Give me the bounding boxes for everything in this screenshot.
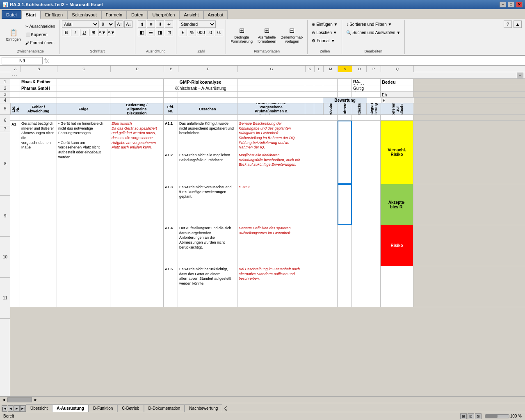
close-button[interactable]: ✕ [516,2,523,7]
currency-button[interactable]: € [179,29,187,36]
scroll-left-btn[interactable]: ◄ [1,397,7,402]
tab-daten[interactable]: Daten [127,10,148,19]
minimize-button[interactable]: – [500,2,506,7]
page-layout-view-button[interactable]: ⊡ [468,413,474,419]
col-header-e: E [164,66,178,72]
cell-k56 [305,103,314,114]
copy-button[interactable]: ⬜ Kopieren [24,31,57,38]
italic-button[interactable]: I [71,29,79,36]
cell-e3 [164,92,178,97]
tab-d-dokumentation[interactable]: D-Dokumentation [144,404,185,412]
border-button[interactable]: ⊞ [89,29,97,36]
page-break-view-button[interactable]: ⊠ [475,413,482,419]
align-center-button[interactable]: ☰ [147,29,155,36]
align-left-button[interactable]: ◧ [138,29,146,36]
dec-decimal-button[interactable]: 0. [215,29,223,36]
table-format-button[interactable]: ⊞ Als Tabelleformatieren [256,23,278,46]
tab-c-betrieb[interactable]: C-Betrieb [117,404,144,412]
tab-datei[interactable]: Datei [2,10,21,19]
cell-styles-button[interactable]: ⊟ Zellenformat-vorlagen [279,23,305,46]
sheet-nav-last[interactable]: ►| [20,405,26,412]
fill-color-button[interactable]: A▼ [98,29,106,36]
scroll-thumb-h[interactable] [7,397,32,402]
decrease-font-button[interactable]: A↓ [124,21,132,28]
percent-button[interactable]: % [188,29,196,36]
tab-ueberpruefen[interactable]: Überprüfen [148,10,179,19]
help-button[interactable]: ? [504,21,512,28]
h-scrollbar[interactable]: ◄ ► [0,396,525,403]
format-cells-button[interactable]: ⚙ Format ▼ [310,37,336,44]
cell-o11 [352,266,366,307]
cell-q7 [381,115,413,120]
sheet-nav-first[interactable]: |◄ [2,405,7,412]
alignment-content: ⬆ ≡ ⬇ ↵ ◧ ☰ ◨ ⊡ [138,21,173,48]
formula-input[interactable] [50,58,523,63]
cell-k11 [305,266,314,307]
font-label: Schriftart [62,48,132,53]
frozen-row-indicator: A B C D E F G K L M N O P Q [0,66,525,72]
font-row1: Arial 9 A↑ A↓ [62,21,132,28]
conditional-format-button[interactable]: ⊞ BedingteFormatierung [228,23,255,46]
wrap-text-button[interactable]: ↵ [165,21,173,28]
sort-button[interactable]: ↕ Sortieren und Filtern ▼ [345,21,393,28]
risiko-label: Risiko [390,243,403,248]
tab-a-ausruestung[interactable]: A-Ausrüstung [52,404,89,412]
font-color-button[interactable]: A▼ [107,29,115,36]
clipboard-content: 📋 Einfügen ✂ Ausschneiden ⬜ Kopieren 🖌 F… [4,21,57,48]
align-top-button[interactable]: ⬆ [138,21,146,28]
sheet-nav-next[interactable]: ► [14,405,20,412]
number-content: Standard € % 000 .0 0. [179,21,223,48]
delete-cells-button[interactable]: ⊖ Löschen ▼ [310,29,338,36]
increase-font-button[interactable]: A↑ [115,21,123,28]
thousands-button[interactable]: 000 [197,29,205,36]
insert-cells-button[interactable]: ⊕ Einfügen ▼ [310,21,339,28]
scroll-right-btn[interactable]: ► [33,397,39,402]
copy-icon: ⬜ [25,32,30,37]
number-format-select[interactable]: Standard [179,21,216,28]
align-bottom-button[interactable]: ⬇ [156,21,164,28]
cell-m1 [323,79,338,85]
minimize-ribbon-button[interactable]: ▲ [514,21,522,28]
merge-button[interactable]: ⊡ [165,29,173,36]
ribbon-group-edit: ↕ Sortieren und Filtern ▼ 🔍 Suchen und A… [342,20,405,54]
collapse-row-button[interactable]: − [517,73,523,78]
paste-button[interactable]: 📋 Einfügen [4,23,23,46]
zoom-controls: 100 % [485,414,522,418]
zoom-level: 100 % [510,414,522,418]
align-right-button[interactable]: ◨ [156,29,164,36]
cell-n9-selected[interactable] [338,184,352,225]
bold-button[interactable]: B [62,29,70,36]
align-middle-button[interactable]: ≡ [147,21,155,28]
inc-decimal-button[interactable]: .0 [206,29,214,36]
cell-g4 [237,98,305,103]
pruef-a15: Bei Beschreibung im Lastenheft auch alte… [239,267,304,281]
find-button[interactable]: 🔍 Suchen und Auswählen ▼ [345,29,402,36]
name-box[interactable] [2,57,43,64]
maximize-button[interactable]: □ [508,2,514,7]
cell-f8-u2: Es wurden nicht alle möglichen Beladungs… [178,152,237,184]
cell-c8-folge: • Gerät hat im Innenbereich nicht das no… [57,121,110,184]
tab-start[interactable]: Start [21,10,41,19]
tab-nachbewertung[interactable]: Nachbewertung [185,404,222,412]
add-sheet-button[interactable]: ☇ [222,405,229,412]
window-title: RA-3.1-Kühlschrank-Teil2 – Microsoft Exc… [10,2,103,7]
sheet-nav-prev[interactable]: ◄ [8,405,14,412]
zoom-slider[interactable] [485,414,509,418]
tab-ansicht[interactable]: Ansicht [179,10,203,19]
cell-a11 [10,266,20,307]
tab-uebersicht[interactable]: Übersicht [26,404,52,412]
tab-b-funktion[interactable]: B-Funktion [89,404,117,412]
cell-a2 [10,85,20,91]
tab-einfuegen[interactable]: Einfügen [41,10,67,19]
normal-view-button[interactable]: ⊞ [460,413,467,419]
tab-acrobat[interactable]: Acrobat [203,10,228,19]
format-painter-button[interactable]: 🖌 Format übert. [24,39,57,46]
cell-d10 [110,225,164,266]
font-name-select[interactable]: Arial [62,21,99,28]
tab-formeln[interactable]: Formeln [101,10,127,19]
font-size-select[interactable]: 9 [100,21,114,28]
cut-button[interactable]: ✂ Ausschneiden [24,23,57,30]
underline-button[interactable]: U [80,29,88,36]
conditional-format-icon: ⊞ [237,25,247,35]
tab-seitenlayout[interactable]: Seitenlayout [67,10,101,19]
